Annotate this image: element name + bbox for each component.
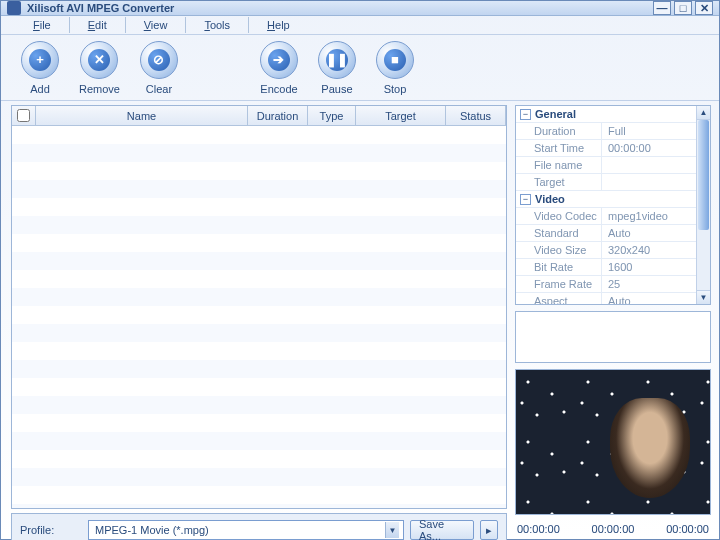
encode-icon: ➔: [268, 49, 290, 71]
chevron-down-icon: ▼: [385, 522, 399, 538]
app-window: Xilisoft AVI MPEG Converter — □ ✕ FFilei…: [0, 0, 720, 540]
stop-icon: ■: [384, 49, 406, 71]
prop-row: DurationFull: [516, 123, 696, 140]
clear-icon: ⊘: [148, 49, 170, 71]
group-video[interactable]: −Video: [516, 191, 696, 208]
profile-label: Profile:: [20, 524, 82, 536]
col-status[interactable]: Status: [446, 106, 506, 125]
menu-help[interactable]: Help: [255, 16, 302, 34]
menu-sep: [185, 17, 186, 33]
prop-row: Video Size320x240: [516, 242, 696, 259]
title-bar: Xilisoft AVI MPEG Converter — □ ✕: [1, 1, 719, 16]
menu-view[interactable]: View: [132, 16, 180, 34]
scroll-up-icon[interactable]: ▲: [697, 106, 710, 120]
menu-file[interactable]: FFileile: [21, 16, 63, 34]
more-profile-button[interactable]: ▸: [480, 520, 498, 540]
remove-button[interactable]: ✕ Remove: [79, 41, 120, 95]
group-general[interactable]: −General: [516, 106, 696, 123]
collapse-icon[interactable]: −: [520, 109, 531, 120]
settings-panel: Profile: MPEG-1 Movie (*.mpg)▼ Save As..…: [11, 513, 507, 540]
file-table[interactable]: Name Duration Type Target Status: [11, 105, 507, 509]
col-type[interactable]: Type: [308, 106, 356, 125]
clear-button[interactable]: ⊘ Clear: [140, 41, 178, 95]
menu-tools[interactable]: Tools: [192, 16, 242, 34]
app-icon: [7, 1, 21, 15]
plus-icon: +: [29, 49, 51, 71]
prop-row: File name: [516, 157, 696, 174]
scroll-thumb[interactable]: [698, 120, 709, 230]
pause-icon: ❚❚: [326, 49, 348, 71]
col-check[interactable]: [12, 106, 36, 125]
collapse-icon[interactable]: −: [520, 194, 531, 205]
prop-row: AspectAuto: [516, 293, 696, 304]
time-total: 00:00:00: [666, 523, 709, 535]
x-icon: ✕: [88, 49, 110, 71]
prop-row: StandardAuto: [516, 225, 696, 242]
prop-row: Frame Rate25: [516, 276, 696, 293]
window-title: Xilisoft AVI MPEG Converter: [27, 2, 650, 14]
scroll-down-icon[interactable]: ▼: [697, 290, 710, 304]
timecodes: 00:00:00 00:00:00 00:00:00: [515, 521, 711, 537]
maximize-button[interactable]: □: [674, 1, 692, 15]
menu-sep: [69, 17, 70, 33]
col-duration[interactable]: Duration: [248, 106, 308, 125]
prop-row: Start Time00:00:00: [516, 140, 696, 157]
table-body[interactable]: [12, 126, 506, 508]
prop-row: Target: [516, 174, 696, 191]
menu-bar: FFileile Edit View Tools Help: [1, 16, 719, 35]
close-button[interactable]: ✕: [695, 1, 713, 15]
pause-button[interactable]: ❚❚ Pause: [318, 41, 356, 95]
stop-button[interactable]: ■ Stop: [376, 41, 414, 95]
prop-row: Bit Rate1600: [516, 259, 696, 276]
table-header: Name Duration Type Target Status: [12, 106, 506, 126]
profile-select[interactable]: MPEG-1 Movie (*.mpg)▼: [88, 520, 404, 540]
encode-button[interactable]: ➔ Encode: [260, 41, 298, 95]
props-scrollbar[interactable]: ▲ ▼: [696, 106, 710, 304]
menu-sep: [125, 17, 126, 33]
property-description: [515, 311, 711, 363]
menu-edit[interactable]: Edit: [76, 16, 119, 34]
menu-sep: [248, 17, 249, 33]
col-target[interactable]: Target: [356, 106, 446, 125]
save-as-button[interactable]: Save As...: [410, 520, 474, 540]
preview-pane[interactable]: [515, 369, 711, 515]
preview-image-face: [610, 398, 690, 498]
prop-row: Video Codecmpeg1video: [516, 208, 696, 225]
toolbar: + Add ✕ Remove ⊘ Clear ➔ Encode ❚❚ Pause…: [1, 35, 719, 101]
time-elapsed: 00:00:00: [517, 523, 560, 535]
add-button[interactable]: + Add: [21, 41, 59, 95]
col-name[interactable]: Name: [36, 106, 248, 125]
select-all-checkbox[interactable]: [17, 109, 30, 122]
minimize-button[interactable]: —: [653, 1, 671, 15]
properties-panel: −General DurationFull Start Time00:00:00…: [515, 105, 711, 305]
time-position: 00:00:00: [592, 523, 635, 535]
